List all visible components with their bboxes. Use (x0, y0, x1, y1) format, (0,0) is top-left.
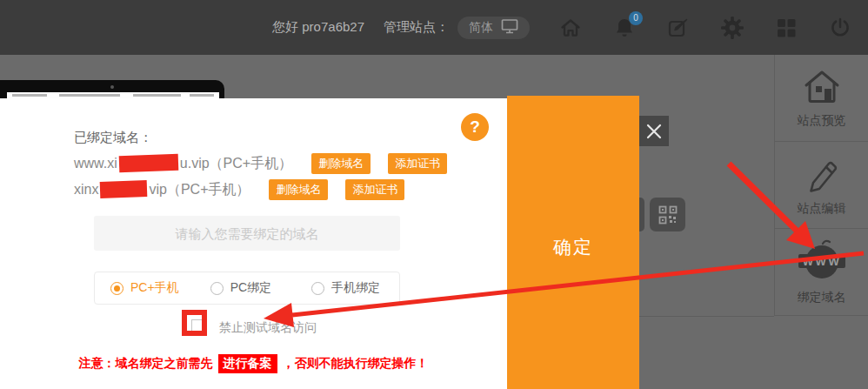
hidden-button-sliver (639, 198, 644, 231)
apps-grid-icon[interactable] (773, 15, 799, 41)
tablet-preview (0, 80, 224, 99)
topbar: 您好 pro7a6b27 管理站点： 简体 0 (0, 0, 868, 55)
radio-icon (210, 282, 224, 295)
site-edit-pencil-icon (804, 154, 840, 196)
delete-domain-button[interactable]: 删除域名 (311, 153, 371, 174)
domain-text: xinxvip（PC+手机） (74, 181, 250, 199)
sidebar-item-site-edit[interactable]: 站点编辑 (775, 142, 868, 229)
sidebar-item-bind-domain[interactable]: WWW 绑定域名 (775, 229, 868, 316)
svg-text:WWW: WWW (802, 255, 840, 268)
site-preview-home-icon (801, 68, 843, 108)
bound-domain-row: xinxvip（PC+手机） 删除域名 添加证书 (74, 179, 404, 200)
tablet-camera-dot (110, 85, 114, 89)
notice-suffix: ，否则不能执行绑定操作！ (283, 356, 429, 370)
radio-label: PC+手机 (130, 280, 179, 296)
notification-badge: 0 (629, 11, 643, 25)
radio-icon (110, 282, 124, 295)
record-filing-link[interactable]: 进行备案 (218, 354, 277, 373)
bind-mode-radio-group: PC+手机 PC绑定 手机绑定 (94, 272, 400, 305)
language-switch-button[interactable]: 简体 (457, 17, 530, 39)
user-greeting: 您好 pro7a6b27 (272, 19, 364, 36)
confirm-label: 确定 (507, 235, 639, 259)
manage-site-label: 管理站点： (384, 19, 449, 36)
redaction-mark (100, 180, 148, 198)
record-filing-notice: 注意：域名绑定之前需先进行备案，否则不能执行绑定操作！ (0, 354, 507, 373)
home-icon[interactable] (558, 15, 584, 41)
bound-domains-label: 已绑定域名： (74, 130, 152, 146)
radio-label: 手机绑定 (331, 280, 380, 296)
help-icon[interactable]: ? (461, 113, 489, 141)
delete-domain-button[interactable]: 删除域名 (269, 179, 328, 200)
page: 您好 pro7a6b27 管理站点： 简体 0 (0, 0, 868, 389)
monitor-icon (501, 18, 518, 37)
sidebar-item-label: 站点预览 (798, 113, 846, 129)
sidebar-item-label: 站点编辑 (798, 201, 846, 217)
bind-domain-modal: 已绑定域名： www.xiu.vip（PC+手机） 删除域名 添加证书 xinx… (0, 98, 507, 389)
forbid-test-domain-checkbox[interactable] (191, 319, 206, 334)
www-globe-icon: WWW (797, 239, 847, 285)
notice-prefix: 注意：域名绑定之前需先 (79, 356, 213, 370)
sidebar: 站点预览 站点编辑 WWW 绑定域名 (774, 55, 868, 316)
settings-gear-icon[interactable] (719, 15, 745, 41)
qr-code-button[interactable] (650, 198, 685, 231)
add-certificate-button[interactable]: 添加证书 (345, 179, 404, 200)
sidebar-item-label: 绑定域名 (798, 290, 846, 305)
radio-icon (311, 282, 324, 295)
bind-mode-radio-pc[interactable]: PC绑定 (210, 280, 271, 296)
radio-label: PC绑定 (230, 280, 271, 296)
forbid-test-domain-label: 禁止测试域名访问 (219, 320, 317, 336)
confirm-button[interactable]: 确定 (507, 96, 639, 389)
notifications-bell-icon[interactable]: 0 (611, 15, 638, 41)
domain-text: www.xiu.vip（PC+手机） (74, 155, 292, 173)
redaction-mark (118, 153, 178, 171)
sidebar-bottom-divider (639, 316, 774, 317)
bind-mode-radio-mobile[interactable]: 手机绑定 (311, 280, 380, 296)
domain-input[interactable] (94, 216, 400, 251)
bind-mode-radio-pc-mobile[interactable]: PC+手机 (110, 280, 179, 296)
add-certificate-button[interactable]: 添加证书 (388, 153, 447, 174)
close-icon[interactable] (638, 116, 669, 146)
edit-compose-icon[interactable] (665, 15, 691, 41)
language-label: 简体 (469, 20, 493, 36)
bound-domain-row: www.xiu.vip（PC+手机） 删除域名 添加证书 (74, 153, 447, 174)
power-logout-icon[interactable] (827, 15, 853, 41)
sidebar-item-site-preview[interactable]: 站点预览 (775, 55, 868, 142)
